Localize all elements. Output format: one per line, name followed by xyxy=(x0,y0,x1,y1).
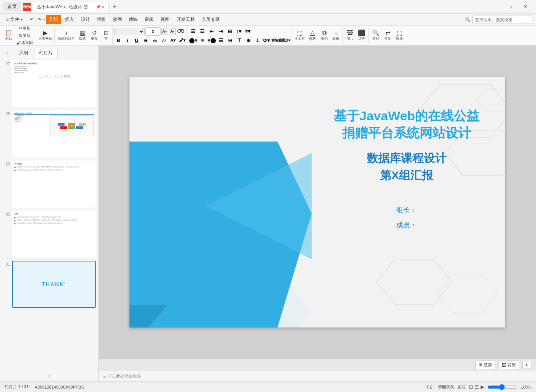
menu-animation[interactable]: 动画 xyxy=(110,15,125,24)
align-center-button[interactable]: ≡ xyxy=(199,36,207,45)
add-slide-button[interactable]: + xyxy=(0,371,98,381)
file-tab[interactable]: 基于JavaWeb...站设计 答辩PPT 📌 ✕ xyxy=(33,2,109,12)
smart-beautify-button[interactable]: 智能美化 xyxy=(438,384,454,390)
textbox-button[interactable]: ⬚ 文本框 xyxy=(293,28,306,43)
reset-button[interactable]: ↺ 重置 xyxy=(88,28,100,43)
menu-insert[interactable]: 插入 xyxy=(62,15,77,24)
underline-button[interactable]: U xyxy=(132,36,141,45)
menu-design[interactable]: 设计 xyxy=(78,15,93,24)
notes-placeholder[interactable]: 单击此处添加备注 xyxy=(108,373,141,379)
background-button[interactable]: 🖼 背景 xyxy=(498,361,519,369)
subscript-button[interactable]: A₂ xyxy=(151,36,159,45)
indent-increase-button[interactable]: ⇥ xyxy=(216,27,225,36)
collapse-sidebar-button[interactable]: « xyxy=(3,49,11,57)
italic-button[interactable]: I xyxy=(123,36,132,45)
align-v-top[interactable]: ⊤ xyxy=(235,36,243,45)
list-item[interactable]: 30 总结 ▶ 通过本次数据库课程设计，我们设计并实现了一个基于JavaWeb的… xyxy=(3,211,95,258)
pin-icon[interactable]: 📌 xyxy=(96,5,101,9)
shapes-button[interactable]: △ 形状 xyxy=(307,28,318,43)
highlight-button[interactable]: 🖊▾ xyxy=(178,36,186,45)
font-size-input[interactable] xyxy=(145,27,161,36)
strikethrough-button[interactable]: S xyxy=(142,36,150,45)
align-v-bot[interactable]: ⊥ xyxy=(253,36,262,45)
list-item[interactable]: 28 初步设计方案——技术要点 3.MVC架构模式应用 4.数据库设计优化 5.… xyxy=(3,110,95,157)
find-button[interactable]: 🔍 查找 xyxy=(370,28,382,43)
slide-canvas[interactable]: 基于JavaWeb的在线公益 捐赠平台系统网站设计 数据库课程设计 第X组汇报 … xyxy=(129,77,505,327)
notes-bar[interactable]: ≡ 单击此处添加备注 xyxy=(99,371,536,381)
zoom-slider[interactable] xyxy=(487,384,518,390)
slide-thumbnail[interactable]: THANK! xyxy=(12,261,96,308)
tab-outline[interactable]: 大纲 xyxy=(14,48,33,58)
slideshow-view-button[interactable]: ▶ xyxy=(481,384,484,390)
menu-slideshow[interactable]: 放映 xyxy=(126,15,141,24)
menu-developer[interactable]: 开发工具 xyxy=(173,15,198,24)
outline-button[interactable]: ○ 轮廓 xyxy=(330,28,342,43)
home-tab[interactable]: 首页 xyxy=(3,2,21,11)
outline-view-button[interactable]: ☰ xyxy=(475,384,479,390)
list-item[interactable]: 31 THANK! xyxy=(3,261,95,308)
close-tab-icon[interactable]: ✕ xyxy=(101,5,104,9)
superscript-button[interactable]: A² xyxy=(160,36,168,45)
notes-toggle-button[interactable]: 备注 xyxy=(457,384,466,390)
section-button[interactable]: ⊟ 节 xyxy=(100,28,112,43)
list-item[interactable]: 29 平台选型 ▶ 我们选择基于JavaEE技术平台，使用SpringBoot+… xyxy=(3,161,95,208)
text-direction-button[interactable]: ⟳▾ xyxy=(262,36,271,45)
align-v-mid[interactable]: ⊞ xyxy=(244,36,252,45)
picture-button[interactable]: 🖼 图片 xyxy=(344,28,356,43)
search-input[interactable] xyxy=(472,16,533,24)
find-group: 🔍 查找 ⇄ 替换 ⬚ 选择 xyxy=(369,27,406,44)
font-color-button[interactable]: A▾ xyxy=(169,36,177,45)
redo-icon[interactable]: ↷ xyxy=(36,16,43,23)
slide-thumbnail[interactable]: 总结 ▶ 通过本次数据库课程设计，我们设计并实现了一个基于JavaWeb的在线公… xyxy=(12,211,96,258)
close-button[interactable]: ✕ xyxy=(518,1,533,13)
slides-list[interactable]: 27 初步设计方案——技术要点 • 前后端分离架构设计方案 • 前端技术采用Vu… xyxy=(0,58,98,371)
convert-shape-button[interactable]: 转智能图形▾ xyxy=(271,36,290,45)
align-distribute-button[interactable]: ⊟ xyxy=(226,36,234,45)
play-button[interactable]: ▶ 当页开始 xyxy=(37,28,54,43)
menu-transition[interactable]: 切换 xyxy=(94,15,109,24)
canvas-scroll[interactable]: 基于JavaWeb的在线公益 捐赠平台系统网站设计 数据库课程设计 第X组汇报 … xyxy=(99,46,536,359)
maximize-button[interactable]: □ xyxy=(503,1,518,13)
slide-thumbnail[interactable]: 初步设计方案——技术要点 3.MVC架构模式应用 4.数据库设计优化 5.安全性… xyxy=(12,110,96,157)
list-number-button[interactable]: ☲ xyxy=(198,27,207,36)
list-bullet-button[interactable]: ☰ xyxy=(189,27,197,36)
cut-button[interactable]: ✂ 剪切 xyxy=(15,26,34,32)
menu-view[interactable]: 视图 xyxy=(158,15,173,24)
fit-button[interactable]: ⊞ 整套 xyxy=(475,361,495,369)
minimize-button[interactable]: ─ xyxy=(487,1,503,13)
undo-icon[interactable]: ↶ xyxy=(28,16,35,23)
new-slide-button[interactable]: ＋ 新建幻灯片 xyxy=(56,28,76,43)
list-item[interactable]: 27 初步设计方案——技术要点 • 前后端分离架构设计方案 • 前端技术采用Vu… xyxy=(3,60,95,107)
font-family-select[interactable] xyxy=(114,28,145,35)
slide-thumbnail[interactable]: 平台选型 ▶ 我们选择基于JavaEE技术平台，使用SpringBoot+MyB… xyxy=(12,161,96,208)
arrange-button[interactable]: ⧉ 排列 xyxy=(318,28,330,43)
fill-button[interactable]: ⬛ 填充 xyxy=(356,28,367,43)
align-justify-button[interactable]: ☰ xyxy=(217,36,225,45)
text-align-dropdown[interactable]: ≡▾ xyxy=(244,27,252,36)
indent-decrease-button[interactable]: ⇤ xyxy=(207,27,216,36)
menu-file[interactable]: ≡ 文件 ▾ xyxy=(3,15,26,24)
line-spacing-button[interactable]: ↕▾ xyxy=(235,27,243,36)
clear-format-icon[interactable]: ⌫ xyxy=(177,28,184,35)
select-button[interactable]: ⬚ 选择 xyxy=(394,28,405,43)
tab-slides[interactable]: 幻灯片 xyxy=(34,48,58,58)
align-left-button[interactable]: ⬤≡ xyxy=(189,36,198,45)
normal-view-button[interactable]: ⊡ xyxy=(469,384,473,390)
layout-button[interactable]: ▦ 版式 xyxy=(77,28,88,43)
format-painter-button[interactable]: 🖌 格式刷 xyxy=(15,39,34,46)
add-tab-button[interactable]: + xyxy=(110,2,119,11)
font-size-decrease[interactable]: A- xyxy=(169,28,176,35)
slide-thumbnail[interactable]: 初步设计方案——技术要点 • 前后端分离架构设计方案 • 前端技术采用Vue.j… xyxy=(12,60,96,107)
menu-vip[interactable]: 会员专享 xyxy=(199,15,223,24)
column-button[interactable]: ⊞ xyxy=(225,27,234,36)
more-options-button[interactable]: ▸ xyxy=(522,361,531,369)
menu-start[interactable]: 开始 xyxy=(46,15,61,24)
font-size-increase[interactable]: A+ xyxy=(161,28,168,35)
copy-button[interactable]: ⧉ 复制 xyxy=(15,32,34,39)
menu-review[interactable]: 审阅 xyxy=(142,15,157,24)
paste-button[interactable]: 📋 粘贴 xyxy=(3,28,14,43)
bold-button[interactable]: B xyxy=(114,36,123,45)
replace-button[interactable]: ⇄ 替换 xyxy=(382,28,393,43)
outline-icon: ○ xyxy=(334,30,338,36)
align-right-button[interactable]: ≡⬤ xyxy=(208,36,216,45)
